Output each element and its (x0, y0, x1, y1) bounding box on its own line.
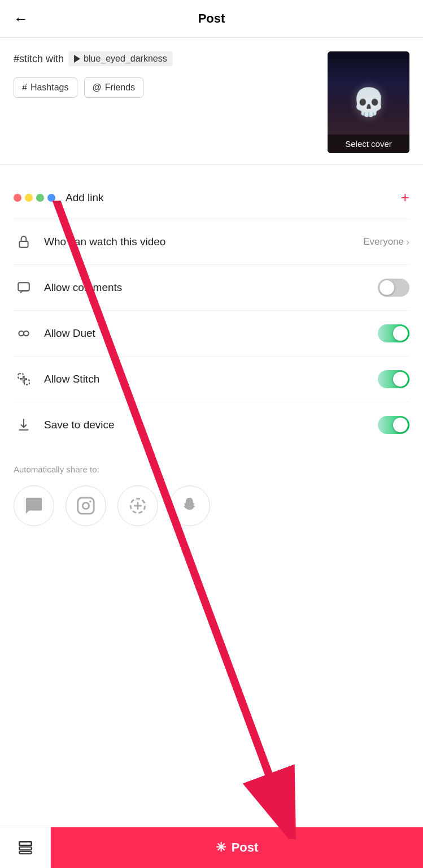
svg-rect-3 (18, 283, 29, 290)
messages-icon[interactable] (14, 485, 54, 526)
draft-icon (16, 839, 34, 857)
stitch-prefix: #stitch with (14, 53, 64, 65)
instagram-icon[interactable] (66, 485, 106, 526)
dot-red (14, 194, 21, 202)
friends-button[interactable]: @ Friends (84, 77, 144, 98)
toggle-knob (380, 280, 394, 295)
select-cover-label: Select cover (328, 134, 409, 153)
save-to-device-toggle[interactable] (378, 416, 409, 434)
hashtag-icon: # (22, 83, 27, 93)
hashtags-label: Hashtags (30, 83, 69, 93)
toggle-knob (393, 418, 408, 432)
dot-green (36, 194, 44, 202)
video-thumbnail[interactable]: Select cover (328, 51, 409, 153)
allow-comments-toggle[interactable] (378, 279, 409, 297)
download-icon (14, 415, 34, 435)
snapchat-svg (180, 496, 199, 515)
bottom-bar: ✳ Post (0, 827, 423, 868)
caption-tag: #stitch with blue_eyed_darkness (14, 51, 319, 66)
allow-stitch-toggle[interactable] (378, 370, 409, 388)
auto-share-title: Automatically share to: (14, 465, 409, 474)
save-to-device-row: Save to device (14, 402, 409, 448)
dot-blue (47, 194, 55, 202)
messages-svg (24, 496, 43, 515)
caption-area: #stitch with blue_eyed_darkness # Hashta… (0, 38, 423, 153)
who-can-watch-label: Who can watch this video (44, 236, 363, 248)
svg-rect-2 (19, 241, 28, 248)
lock-icon (14, 232, 34, 252)
post-button[interactable]: ✳ Post (51, 827, 423, 868)
svg-rect-7 (24, 380, 29, 385)
back-button[interactable]: ← (14, 10, 28, 28)
play-icon (74, 55, 80, 63)
add-link-button[interactable]: + (401, 189, 409, 206)
auto-share-section: Automatically share to: (0, 448, 423, 537)
lock-svg (16, 235, 31, 249)
stitch-icon (14, 369, 34, 389)
save-to-device-label: Save to device (44, 419, 378, 431)
at-icon: @ (93, 83, 102, 93)
action-buttons: # Hashtags @ Friends (14, 77, 319, 98)
svg-rect-14 (19, 852, 31, 854)
bottom-spacer (0, 537, 423, 588)
divider-1 (0, 164, 423, 165)
who-can-watch-row[interactable]: Who can watch this video Everyone › (14, 219, 409, 265)
header: ← Post (0, 0, 423, 38)
allow-duet-toggle[interactable] (378, 324, 409, 342)
allow-duet-label: Allow Duet (44, 327, 378, 340)
post-star-icon: ✳ (216, 840, 226, 855)
tiktok-add-svg (128, 496, 147, 515)
allow-duet-row: Allow Duet (14, 311, 409, 357)
snapchat-icon[interactable] (169, 485, 210, 526)
hashtags-button[interactable]: # Hashtags (14, 77, 77, 98)
allow-comments-row: Allow comments (14, 265, 409, 311)
add-link-row: Add link + (14, 176, 409, 219)
download-svg (16, 418, 31, 432)
toggle-knob (393, 326, 408, 341)
svg-point-10 (89, 501, 91, 502)
stitch-badge: blue_eyed_darkness (68, 51, 173, 66)
add-link-label: Add link (66, 192, 401, 204)
svg-point-4 (19, 331, 24, 336)
instagram-svg (76, 496, 95, 515)
svg-rect-6 (18, 374, 23, 379)
svg-rect-13 (19, 847, 31, 850)
tiktok-add-icon[interactable] (117, 485, 158, 526)
friends-label: Friends (105, 83, 135, 93)
username: blue_eyed_darkness (84, 54, 167, 64)
stitch-svg (16, 372, 31, 387)
page-title: Post (198, 11, 225, 26)
svg-point-9 (82, 502, 89, 509)
comment-svg (16, 280, 31, 295)
allow-comments-label: Allow comments (44, 281, 378, 294)
allow-stitch-row: Allow Stitch (14, 357, 409, 402)
draft-button[interactable] (0, 827, 51, 868)
caption-left: #stitch with blue_eyed_darkness # Hashta… (14, 51, 328, 98)
social-icons-row (14, 485, 409, 526)
comment-icon (14, 277, 34, 298)
dot-yellow (25, 194, 33, 202)
chevron-right-icon: › (406, 236, 409, 248)
allow-stitch-label: Allow Stitch (44, 373, 378, 385)
color-dots (14, 194, 55, 202)
svg-rect-12 (19, 841, 31, 845)
svg-rect-8 (78, 498, 94, 514)
post-label: Post (232, 840, 259, 855)
settings-list: Add link + Who can watch this video Ever… (0, 176, 423, 448)
svg-point-5 (24, 331, 29, 336)
everyone-text: Everyone (363, 236, 404, 248)
who-can-watch-value: Everyone › (363, 236, 409, 248)
toggle-knob (393, 372, 408, 387)
duet-svg (16, 326, 31, 341)
duet-icon (14, 323, 34, 344)
